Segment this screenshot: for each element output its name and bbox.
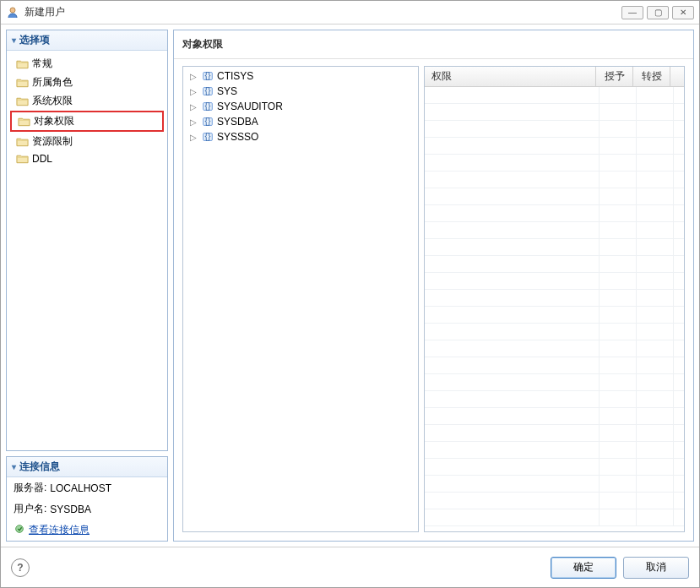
folder-icon — [17, 116, 30, 128]
cancel-button[interactable]: 取消 — [623, 557, 689, 579]
table-row — [425, 442, 684, 459]
table-row — [425, 425, 684, 442]
tree-item-label: SYSAUDITOR — [217, 101, 283, 112]
tree-item-label: SYS — [217, 85, 237, 97]
ok-button[interactable]: 确定 — [551, 557, 616, 579]
folder-icon — [15, 77, 29, 89]
table-row — [425, 222, 684, 239]
table-row — [425, 290, 684, 307]
expand-icon[interactable]: ▷ — [188, 102, 198, 112]
maximize-button[interactable]: ▢ — [647, 6, 669, 19]
table-row — [425, 87, 684, 104]
nav-item-label: 所属角色 — [32, 75, 73, 90]
svg-text:{}: {} — [204, 101, 211, 111]
tree-item[interactable]: ▷{}SYSAUDITOR — [185, 99, 416, 114]
table-row — [425, 408, 684, 425]
main-title: 对象权限 — [174, 30, 693, 59]
user-row: 用户名: SYSDBA — [7, 498, 167, 520]
folder-icon — [15, 58, 29, 70]
auth-col-header[interactable]: 授予 — [596, 67, 633, 86]
table-row — [425, 357, 684, 374]
nav-item[interactable]: 资源限制 — [10, 133, 164, 150]
table-row — [425, 324, 684, 340]
connection-panel: ▾ 连接信息 服务器: LOCALHOST 用户名: SYSDBA 查看连接信息 — [6, 456, 168, 542]
collapse-icon: ▾ — [12, 462, 16, 471]
table-row — [425, 256, 684, 273]
tree-item-label: SYSDBA — [217, 116, 258, 128]
nav-item[interactable]: 系统权限 — [10, 92, 164, 110]
user-icon — [6, 6, 19, 19]
nav-item-label: 资源限制 — [32, 134, 73, 149]
connection-panel-header[interactable]: ▾ 连接信息 — [7, 457, 167, 477]
expand-icon[interactable]: ▷ — [188, 72, 198, 81]
svg-point-0 — [10, 8, 15, 13]
table-row — [425, 138, 684, 155]
connection-panel-title: 连接信息 — [19, 460, 60, 474]
trans-col-header[interactable]: 转授 — [633, 67, 670, 86]
svg-text:{}: {} — [204, 131, 211, 141]
window-title: 新建用户 — [24, 5, 621, 19]
schema-icon: {} — [201, 101, 214, 112]
right-column: 对象权限 ▷{}CTISYS▷{}SYS▷{}SYSAUDITOR▷{}SYSD… — [173, 30, 694, 542]
main-content: ▷{}CTISYS▷{}SYS▷{}SYSAUDITOR▷{}SYSDBA▷{}… — [174, 59, 693, 541]
collapse-icon: ▾ — [12, 35, 16, 45]
tree-item-label: CTISYS — [217, 70, 253, 82]
tree-item[interactable]: ▷{}SYSSSO — [185, 129, 416, 144]
options-panel-title: 选择项 — [19, 33, 50, 47]
svg-point-1 — [16, 525, 24, 533]
tree-item[interactable]: ▷{}CTISYS — [185, 68, 416, 84]
window-controls: ― ▢ ✕ — [621, 6, 694, 19]
table-row — [425, 391, 684, 408]
schema-icon: {} — [201, 131, 214, 143]
nav-item-label: 系统权限 — [32, 94, 73, 108]
schema-icon: {} — [201, 70, 214, 82]
table-row — [425, 493, 684, 509]
folder-icon — [15, 136, 29, 148]
folder-icon — [15, 95, 29, 107]
connection-link-icon — [14, 523, 25, 537]
body: ▾ 选择项 常规所属角色系统权限对象权限资源限制DDL ▾ 连接信息 服务器: … — [1, 24, 699, 547]
table-row — [425, 205, 684, 222]
view-connection-link[interactable]: 查看连接信息 — [29, 523, 90, 537]
folder-icon — [15, 153, 29, 165]
table-row — [425, 155, 684, 172]
table-row — [425, 374, 684, 391]
nav-item-label: 对象权限 — [34, 114, 74, 128]
user-value: SYSDBA — [50, 504, 91, 515]
object-tree[interactable]: ▷{}CTISYS▷{}SYS▷{}SYSAUDITOR▷{}SYSDBA▷{}… — [182, 66, 419, 532]
footer: ? 确定 取消 — [1, 547, 699, 587]
user-label: 用户名: — [14, 502, 46, 516]
table-row — [425, 188, 684, 205]
nav-item[interactable]: 所属角色 — [10, 74, 164, 91]
nav-list: 常规所属角色系统权限对象权限资源限制DDL — [7, 51, 167, 171]
tree-item[interactable]: ▷{}SYSDBA — [185, 114, 416, 129]
expand-icon[interactable]: ▷ — [188, 117, 198, 127]
nav-item[interactable]: DDL — [10, 151, 164, 166]
schema-icon: {} — [201, 85, 214, 97]
table-row — [425, 509, 684, 526]
table-row — [425, 239, 684, 256]
expand-icon[interactable]: ▷ — [188, 87, 198, 96]
tree-item[interactable]: ▷{}SYS — [185, 84, 416, 99]
nav-item[interactable]: 对象权限 — [10, 111, 164, 132]
svg-text:{}: {} — [204, 70, 211, 80]
nav-item[interactable]: 常规 — [10, 55, 164, 73]
table-row — [425, 307, 684, 324]
help-icon[interactable]: ? — [11, 558, 30, 577]
table-row — [425, 273, 684, 290]
table-row — [425, 459, 684, 476]
schema-icon: {} — [201, 116, 214, 128]
permission-table: 权限 授予 转授 — [424, 66, 685, 532]
table-row — [425, 121, 684, 138]
server-row: 服务器: LOCALHOST — [7, 477, 167, 498]
options-panel-header[interactable]: ▾ 选择项 — [7, 30, 167, 51]
options-panel: ▾ 选择项 常规所属角色系统权限对象权限资源限制DDL — [6, 30, 168, 451]
expand-icon[interactable]: ▷ — [188, 133, 198, 142]
perm-col-header[interactable]: 权限 — [425, 67, 596, 86]
perm-col-end — [670, 67, 684, 86]
table-row — [425, 104, 684, 121]
svg-text:{}: {} — [204, 85, 211, 95]
close-button[interactable]: ✕ — [672, 6, 694, 19]
svg-text:{}: {} — [204, 116, 211, 126]
minimize-button[interactable]: ― — [621, 6, 643, 19]
